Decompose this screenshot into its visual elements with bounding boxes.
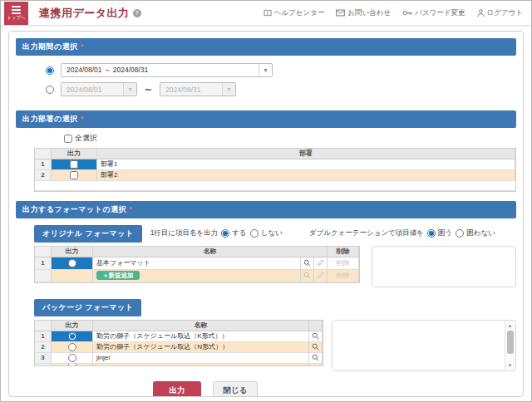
view-package-format-button[interactable] [309, 364, 323, 366]
first-line-no-radio[interactable] [250, 229, 259, 238]
output-column-header: 出力 [52, 149, 97, 159]
name-column-header: 名称 [93, 247, 328, 257]
package-format-tag: パッケージ フォーマット [34, 299, 141, 316]
row-number: 2 [35, 342, 52, 353]
table-row: 2 部署2 [35, 170, 515, 181]
department-column-header: 部署 [97, 149, 515, 159]
person-icon [477, 9, 485, 17]
view-package-format-button[interactable] [309, 353, 323, 364]
new-format-cell: ＋新規追加 [93, 270, 301, 282]
package-format-3-name[interactable]: jinjer [93, 353, 309, 364]
scrollbar-thumb[interactable] [507, 331, 514, 354]
logout-label: ログアウト [487, 8, 524, 18]
package-format-2-radio[interactable] [68, 343, 76, 351]
original-format-1-radio[interactable] [68, 259, 76, 267]
package-format-2-name[interactable]: 勤労の獅子（スケジュール取込（N形式）） [93, 342, 309, 353]
row-number [35, 364, 52, 366]
change-password-label: パスワード変更 [415, 8, 465, 18]
quote-no-label: 囲わない [466, 228, 495, 238]
original-format-1-name[interactable]: 基本フォーマット [93, 257, 301, 270]
first-line-yes-option[interactable]: する [221, 228, 246, 238]
format-section-title: 出力するフォーマットの選択 [22, 205, 126, 213]
quote-no-option[interactable]: 囲わない [456, 228, 495, 238]
period-start-select[interactable]: 2024/08/01 ▼ [61, 82, 137, 96]
table-row: 1 部署1 [35, 159, 515, 170]
output-column-header: 出力 [52, 247, 93, 257]
edit-format-button[interactable] [314, 257, 328, 270]
period-section-title: 出力期間の選択 [22, 42, 78, 51]
original-format-1-output-cell[interactable] [52, 257, 93, 270]
period-custom-radio[interactable] [46, 86, 54, 94]
view-package-format-button[interactable] [309, 342, 323, 353]
add-new-format-button[interactable]: ＋新規追加 [96, 271, 140, 281]
original-format-area: 出力 名称 削除 1 基本フォーマット 削除 ＋新規追加 [34, 246, 516, 287]
package-format-tag-row: パッケージ フォーマット [34, 299, 516, 316]
period-end-select[interactable]: 2024/08/31 ▼ [160, 82, 236, 96]
package-format-2-output-cell[interactable] [52, 342, 93, 353]
department-1-checkbox[interactable] [70, 160, 78, 169]
select-all-checkbox[interactable] [64, 135, 72, 143]
department-2-name[interactable]: 部署2 [97, 170, 515, 181]
department-2-output-cell[interactable] [52, 170, 97, 181]
pencil-icon [317, 259, 324, 267]
package-format-table-header: 出力 名称 [35, 321, 323, 331]
top-menu-button[interactable]: トップへ [4, 2, 28, 25]
required-mark: * [81, 42, 84, 51]
required-mark: * [81, 115, 84, 123]
scroll-up-icon[interactable]: ▲ [505, 321, 515, 330]
row-number [35, 270, 52, 282]
close-button[interactable]: 閉じる [213, 381, 258, 398]
quote-yes-radio[interactable] [427, 229, 436, 238]
package-format-4-name[interactable] [93, 364, 309, 366]
output-button[interactable]: 出力 [153, 381, 201, 398]
package-format-1-output-cell[interactable] [52, 331, 93, 342]
period-section-body: 2024/08/01 ～ 2024/08/31 ▼ 2024/08/01 ▼ ～… [16, 56, 516, 101]
contact-link[interactable]: お問い合わせ [336, 8, 391, 18]
change-password-link[interactable]: パスワード変更 [402, 8, 465, 18]
period-end-value: 2024/08/31 [160, 83, 222, 96]
period-start-value: 2024/08/01 [62, 83, 123, 96]
package-format-4-radio[interactable] [68, 364, 76, 366]
chevron-down-icon: ▼ [259, 64, 272, 76]
period-range-select[interactable]: 2024/08/01 ～ 2024/08/31 ▼ [61, 63, 273, 77]
output-column-header: 出力 [52, 321, 93, 331]
contact-label: お問い合わせ [347, 8, 391, 18]
delete-format-link[interactable]: 削除 [328, 257, 359, 270]
select-all-checkbox-label[interactable]: 全選択 [64, 133, 97, 144]
first-line-yes-radio[interactable] [221, 229, 229, 238]
magnifier-icon [303, 272, 311, 279]
department-1-name[interactable]: 部署1 [97, 159, 515, 170]
department-table: 出力 部署 1 部署1 2 部署2 [34, 148, 516, 192]
delete-column-header: 削除 [328, 247, 359, 257]
chevron-down-icon: ▼ [123, 83, 136, 96]
section-header-period: 出力期間の選択* [16, 38, 516, 56]
period-range-value: 2024/08/01 ～ 2024/08/31 [62, 64, 259, 76]
period-range-radio[interactable] [46, 66, 54, 75]
first-line-no-label: しない [261, 228, 283, 238]
package-format-3-radio[interactable] [68, 354, 76, 362]
quote-no-radio[interactable] [456, 229, 464, 238]
first-line-no-option[interactable]: しない [250, 228, 283, 238]
package-format-4-output-cell[interactable] [52, 364, 93, 366]
original-format-tag: オリジナル フォーマット [34, 225, 142, 243]
department-1-output-cell[interactable] [52, 159, 97, 170]
package-format-1-radio[interactable] [68, 332, 76, 341]
help-icon[interactable]: ? [133, 9, 141, 17]
search-format-button[interactable] [301, 257, 314, 270]
edit-format-button-disabled [314, 270, 328, 282]
table-row: 3 jinjer [35, 353, 323, 364]
mail-icon [336, 9, 345, 17]
preview-scrollbar[interactable]: ▲ ▼ [505, 321, 515, 370]
logout-link[interactable]: ログアウト [477, 8, 524, 18]
first-line-yes-label: する [232, 228, 246, 238]
row-number: 1 [35, 331, 52, 342]
empty-output-cell [52, 270, 93, 282]
view-package-format-button[interactable] [309, 331, 323, 342]
scroll-down-icon[interactable]: ▼ [505, 361, 515, 370]
package-format-1-name[interactable]: 勤労の獅子（スケジュール取込（K形式）） [93, 331, 309, 342]
row-number: 1 [35, 257, 52, 270]
department-2-checkbox[interactable] [70, 171, 78, 179]
quote-yes-option[interactable]: 囲う [427, 228, 452, 238]
help-center-link[interactable]: ヘルプセンター [264, 8, 325, 18]
package-format-3-output-cell[interactable] [52, 353, 93, 364]
